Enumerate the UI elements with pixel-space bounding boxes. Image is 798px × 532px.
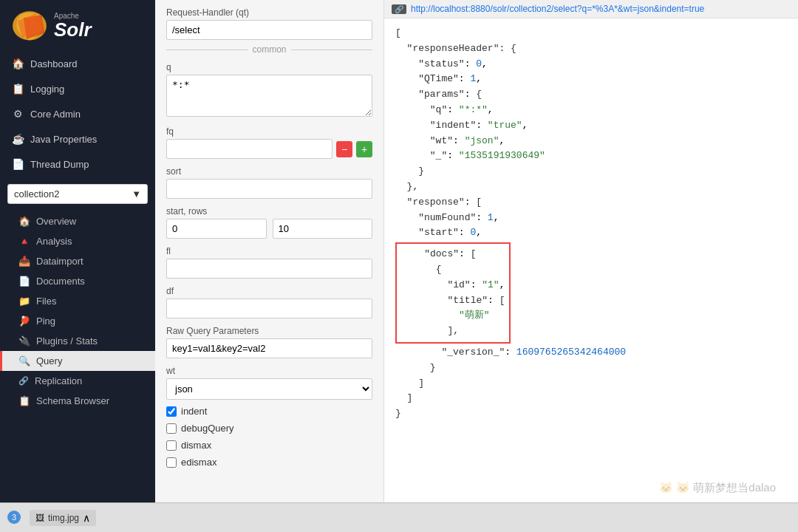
sidebar-item-dataimport[interactable]: 📥 Dataimport	[0, 251, 155, 271]
schema-icon: 📋	[18, 395, 30, 406]
docs-highlight-box: "docs": [ { "id": "1", "title": [ "萌新" ]…	[395, 242, 511, 344]
edismax-row: edismax	[166, 457, 372, 468]
dashboard-icon: 🏠	[11, 57, 24, 70]
response-line: "status": 0,	[395, 57, 787, 72]
response-line: ],	[401, 324, 505, 339]
query-icon: 🔍	[18, 355, 30, 366]
sidebar-item-analysis[interactable]: 🔺 Analysis	[0, 231, 155, 251]
response-line: }	[395, 164, 787, 180]
response-line: {	[401, 262, 505, 278]
indent-row: indent	[166, 406, 372, 417]
indent-checkbox[interactable]	[166, 406, 177, 417]
wt-select-wrapper: json xml csv python ruby php	[166, 378, 372, 400]
fl-input[interactable]	[166, 259, 372, 279]
response-line: }	[395, 406, 787, 422]
start-input[interactable]	[166, 219, 267, 239]
sort-label: sort	[166, 166, 372, 177]
start-rows-label: start, rows	[166, 206, 372, 216]
sub-nav: 🏠 Overview 🔺 Analysis 📥 Dataimport 📄 Doc…	[0, 211, 155, 411]
wt-label: wt	[166, 366, 372, 376]
sidebar-item-files[interactable]: 📁 Files	[0, 291, 155, 311]
raw-query-label: Raw Query Parameters	[166, 326, 372, 336]
response-line: "indent": "true",	[395, 118, 787, 134]
documents-icon: 📄	[18, 276, 30, 287]
badge-area: 3	[7, 511, 22, 525]
sidebar-item-overview[interactable]: 🏠 Overview	[0, 211, 155, 231]
response-line: ]	[395, 391, 787, 406]
response-line: "title": [	[401, 293, 505, 309]
edismax-checkbox[interactable]	[166, 457, 177, 468]
analysis-icon: 🔺	[18, 236, 30, 247]
response-line: "docs": [	[401, 247, 505, 262]
response-line: "萌新"	[401, 308, 505, 324]
sidebar-item-schema-browser[interactable]: 📋 Schema Browser	[0, 391, 155, 411]
url-text: http://localhost:8880/solr/collection2/s…	[411, 4, 704, 14]
solr-label: Solr	[54, 20, 92, 39]
collection-selector[interactable]: collection2 ▼	[7, 184, 148, 204]
logo-area: Apache Solr	[0, 0, 155, 51]
replication-icon: 🔗	[18, 376, 29, 386]
response-line: ]	[395, 376, 787, 392]
response-line: [	[395, 26, 787, 41]
sidebar-item-dashboard[interactable]: 🏠 Dashboard	[0, 51, 155, 76]
response-line: "start": 0,	[395, 225, 787, 241]
sidebar-item-documents[interactable]: 📄 Documents	[0, 271, 155, 291]
dismax-label: dismax	[181, 440, 211, 451]
df-input[interactable]	[166, 299, 372, 318]
logging-icon: 📋	[11, 82, 24, 95]
response-line: "id": "1",	[401, 278, 505, 293]
response-line: "wt": "json",	[395, 134, 787, 149]
request-handler-label: Request-Handler (qt)	[166, 7, 372, 18]
response-line: "_": "1535191930649"	[395, 149, 787, 164]
response-line: "_version_": 1609765265342464000	[395, 345, 787, 361]
dismax-checkbox[interactable]	[166, 440, 177, 451]
debug-query-row: debugQuery	[166, 423, 372, 434]
request-handler-input[interactable]	[166, 20, 372, 40]
fl-label: fl	[166, 246, 372, 256]
fq-row: − +	[166, 139, 372, 159]
response-line: "response": [	[395, 195, 787, 211]
response-line: "QTime": 1,	[395, 72, 787, 87]
rows-input[interactable]	[273, 219, 373, 239]
badge-num: 3	[7, 511, 21, 524]
sidebar-item-plugins-stats[interactable]: 🔌 Plugins / Stats	[0, 331, 155, 351]
response-line: "responseHeader": {	[395, 41, 787, 57]
url-bar: 🔗 http://localhost:8880/solr/collection2…	[384, 0, 798, 18]
response-line: }	[395, 361, 787, 376]
common-section-label: common	[166, 44, 372, 55]
sidebar-item-query[interactable]: 🔍 Query	[0, 351, 155, 371]
response-line: "numFound": 1,	[395, 211, 787, 226]
plugins-icon: 🔌	[18, 335, 30, 347]
response-panel: 🔗 http://localhost:8880/solr/collection2…	[384, 0, 798, 502]
raw-query-input[interactable]	[166, 338, 372, 358]
dataimport-icon: 📥	[18, 256, 30, 267]
sort-input[interactable]	[166, 179, 372, 199]
file-expand-button[interactable]: ∧	[83, 512, 90, 524]
fq-input[interactable]	[166, 139, 332, 159]
q-input[interactable]: *:*	[166, 75, 372, 117]
sidebar-item-replication[interactable]: 🔗 Replication	[0, 371, 155, 391]
sidebar-item-java-properties[interactable]: ☕ Java Properties	[0, 126, 155, 151]
sidebar-item-core-admin[interactable]: ⚙ Core Admin	[0, 101, 155, 126]
sidebar-item-thread-dump[interactable]: 📄 Thread Dump	[0, 151, 155, 177]
edismax-label: edismax	[181, 457, 216, 468]
response-line: },	[395, 180, 787, 195]
sidebar-item-logging[interactable]: 📋 Logging	[0, 76, 155, 101]
core-admin-icon: ⚙	[11, 107, 24, 120]
main-nav: 🏠 Dashboard 📋 Logging ⚙ Core Admin ☕ Jav…	[0, 51, 155, 177]
debug-query-checkbox[interactable]	[166, 423, 177, 434]
wt-select[interactable]: json xml csv python ruby php	[166, 378, 372, 400]
overview-icon: 🏠	[18, 216, 30, 227]
start-rows-group	[166, 219, 372, 239]
indent-label: indent	[181, 406, 207, 417]
java-icon: ☕	[11, 132, 24, 146]
sidebar: Apache Solr 🏠 Dashboard 📋 Logging ⚙ Core…	[0, 0, 155, 502]
fq-remove-button[interactable]: −	[336, 141, 352, 157]
fq-add-button[interactable]: +	[356, 141, 372, 157]
thread-dump-icon: 📄	[11, 157, 24, 171]
file-name: timg.jpg	[48, 513, 79, 523]
bottom-bar: 3 🖼 timg.jpg ∧	[0, 502, 798, 532]
file-item[interactable]: 🖼 timg.jpg ∧	[30, 510, 96, 526]
sidebar-item-ping[interactable]: 🏓 Ping	[0, 311, 155, 331]
chevron-down-icon: ▼	[132, 188, 141, 200]
